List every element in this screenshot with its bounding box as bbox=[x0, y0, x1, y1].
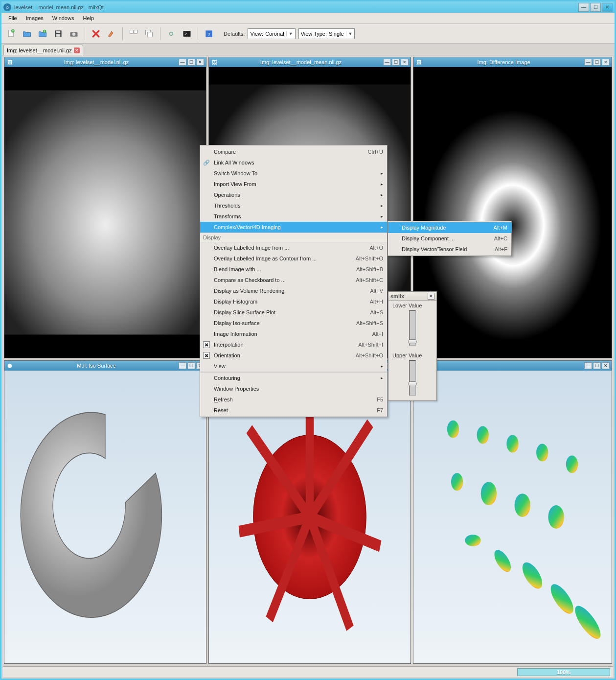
tile-button[interactable] bbox=[127, 27, 140, 41]
subwindow-titlebar[interactable]: 🖼 Img: levelset__model.nii.gz — ☐ ✕ bbox=[4, 57, 206, 67]
menu-display-slice-plot[interactable]: Display Slice Surface PlotAlt+S bbox=[200, 307, 387, 318]
menu-complex-vector-4d-imaging[interactable]: Complex/Vector/4D Imaging▸ bbox=[200, 222, 387, 233]
menu-orientation[interactable]: ✖OrientationAlt+Shift+O bbox=[200, 350, 387, 361]
link-button[interactable] bbox=[164, 27, 178, 41]
menu-link-all-windows[interactable]: 🔗Link All Windows bbox=[200, 157, 387, 168]
menu-blend-image[interactable]: Blend Image with ...Alt+Shift+B bbox=[200, 264, 387, 275]
subwindow-maximize[interactable]: ☐ bbox=[392, 59, 400, 66]
subwindow-titlebar[interactable]: ⬢ Mdl: Iso Surface — ☐ ✕ bbox=[4, 361, 206, 371]
image-viewport[interactable] bbox=[413, 67, 612, 358]
subwindow-minimize[interactable]: — bbox=[383, 59, 391, 66]
help-toolbar-button[interactable]: ? bbox=[202, 27, 216, 41]
menu-operations[interactable]: Operations▸ bbox=[200, 189, 387, 200]
svg-point-29 bbox=[566, 455, 578, 473]
screenshot-button[interactable] bbox=[67, 27, 81, 41]
toolbar-separator bbox=[85, 27, 85, 40]
subwindow-img-diff: 🖼 Img: Difference Image — ☐ ✕ bbox=[413, 57, 612, 358]
subwindow-minimize[interactable]: — bbox=[179, 362, 186, 369]
subwindow-title: Mdl: Iso Surface bbox=[15, 363, 178, 369]
close-icon[interactable]: ✕ bbox=[428, 293, 434, 300]
smilx-panel-title: smilx bbox=[390, 293, 404, 299]
subwindow-close[interactable]: ✕ bbox=[196, 59, 204, 66]
chevron-right-icon: ▸ bbox=[369, 364, 383, 369]
svg-text:+: + bbox=[12, 29, 14, 33]
menu-transforms[interactable]: Transforms▸ bbox=[200, 211, 387, 222]
slider-handle[interactable] bbox=[408, 381, 417, 386]
menu-display-magnitude[interactable]: Display MagnitudeAlt+M bbox=[388, 222, 511, 233]
open-folder-button[interactable] bbox=[20, 27, 34, 41]
view-type-combo[interactable]: View Type: Single ▼ bbox=[298, 28, 355, 39]
chevron-right-icon: ▸ bbox=[369, 171, 383, 176]
view-combo[interactable]: View: Coronal ▼ bbox=[248, 28, 295, 39]
console-button[interactable]: >_ bbox=[180, 27, 194, 41]
menu-interpolation[interactable]: ✖InterpolationAlt+Shift+I bbox=[200, 339, 387, 350]
menu-overlay-labelled-contour[interactable]: Overlay Labelled Image as Contour from .… bbox=[200, 253, 387, 264]
document-tab[interactable]: Img: levelset__model.nii.gz ✕ bbox=[3, 45, 83, 55]
menu-thresholds[interactable]: Thresholds▸ bbox=[200, 200, 387, 211]
subwindow-minimize[interactable]: — bbox=[584, 59, 592, 66]
save-button[interactable] bbox=[51, 27, 65, 41]
clear-button[interactable] bbox=[105, 27, 118, 41]
chevron-right-icon: ▸ bbox=[369, 225, 383, 230]
delete-button[interactable] bbox=[89, 27, 103, 41]
menu-volume-rendering[interactable]: Display as Volume RenderingAlt+V bbox=[200, 285, 387, 296]
svg-point-27 bbox=[506, 435, 518, 453]
menu-switch-window-to[interactable]: Switch Window To▸ bbox=[200, 168, 387, 179]
subwindow-maximize[interactable]: ☐ bbox=[593, 362, 601, 369]
menu-display-iso-surface[interactable]: Display Iso-surfaceAlt+Shift+S bbox=[200, 318, 387, 328]
menu-file[interactable]: File bbox=[4, 14, 21, 23]
svg-rect-10 bbox=[130, 30, 134, 33]
progress-bar: 100% bbox=[517, 668, 610, 676]
new-file-button[interactable]: + bbox=[4, 27, 18, 41]
menu-window-properties[interactable]: Window Properties bbox=[200, 383, 387, 394]
subwindow-close[interactable]: ✕ bbox=[602, 362, 610, 369]
svg-rect-11 bbox=[134, 30, 137, 33]
menu-view[interactable]: View▸ bbox=[200, 361, 387, 372]
menu-overlay-labelled-image[interactable]: Overlay Labelled Image from ...Alt+O bbox=[200, 242, 387, 253]
menu-contouring[interactable]: Contouring▸ bbox=[200, 373, 387, 383]
subwindow-titlebar[interactable]: 🖼 Img: Difference Image — ☐ ✕ bbox=[413, 57, 612, 67]
subwindow-titlebar[interactable]: 🖼 Img: levelset__model_mean.nii.gz — ☐ ✕ bbox=[209, 57, 411, 67]
upper-value-slider[interactable] bbox=[409, 360, 416, 396]
menu-refresh[interactable]: RefreshF5 bbox=[200, 394, 387, 405]
minimize-button[interactable]: — bbox=[578, 3, 589, 12]
subwindow-minimize[interactable]: — bbox=[584, 362, 592, 369]
subwindow-maximize[interactable]: ☐ bbox=[187, 362, 195, 369]
lower-value-slider[interactable] bbox=[409, 310, 416, 346]
menu-compare[interactable]: CompareCtrl+U bbox=[200, 146, 387, 157]
slider-handle[interactable] bbox=[408, 339, 417, 344]
submenu-complex-imaging: Display MagnitudeAlt+M Display Component… bbox=[388, 221, 512, 256]
subwindow-maximize[interactable]: ☐ bbox=[187, 59, 195, 66]
subwindow-title: Img: levelset__model_mean.nii.gz bbox=[220, 59, 382, 65]
menu-display-vector-tensor[interactable]: Display Vector/Tensor FieldAlt+F bbox=[388, 244, 511, 255]
model-viewport[interactable] bbox=[413, 371, 612, 663]
menu-bar: File Images Windows Help bbox=[1, 13, 615, 24]
menu-display-component[interactable]: Display Component ...Alt+C bbox=[388, 233, 511, 244]
subwindow-title: Img: levelset__model.nii.gz bbox=[15, 59, 178, 65]
menu-image-information[interactable]: Image InformationAlt+I bbox=[200, 328, 387, 339]
svg-point-38 bbox=[465, 535, 480, 546]
menu-compare-checkboard[interactable]: Compare as Checkboard to ...Alt+Shift+C bbox=[200, 275, 387, 285]
maximize-button[interactable]: ☐ bbox=[590, 3, 601, 12]
subwindow-titlebar[interactable]: ⬢ — ☐ ✕ bbox=[413, 361, 612, 371]
tab-close-icon[interactable]: ✕ bbox=[74, 47, 80, 53]
close-button[interactable]: ✕ bbox=[602, 3, 613, 12]
model-viewport[interactable] bbox=[4, 371, 206, 663]
subwindow-close[interactable]: ✕ bbox=[401, 59, 409, 66]
smilx-panel-titlebar[interactable]: smilx ✕ bbox=[388, 292, 436, 301]
menu-help[interactable]: Help bbox=[79, 14, 98, 23]
menu-reset[interactable]: ResetF7 bbox=[200, 405, 387, 416]
image-viewport[interactable] bbox=[4, 67, 206, 358]
subwindow-icon: 🖼 bbox=[415, 59, 422, 66]
menu-import-view-from[interactable]: Import View From▸ bbox=[200, 179, 387, 189]
menu-images[interactable]: Images bbox=[22, 14, 47, 23]
subwindow-close[interactable]: ✕ bbox=[602, 59, 610, 66]
view-type-value: Single bbox=[329, 31, 344, 37]
menu-display-histogram[interactable]: Display HistogramAlt+H bbox=[200, 296, 387, 307]
subwindow-maximize[interactable]: ☐ bbox=[593, 59, 601, 66]
cascade-button[interactable] bbox=[142, 27, 156, 41]
svg-point-33 bbox=[548, 505, 564, 529]
open-folder-plus-button[interactable]: + bbox=[36, 27, 49, 41]
menu-windows[interactable]: Windows bbox=[48, 14, 78, 23]
subwindow-minimize[interactable]: — bbox=[179, 59, 186, 66]
